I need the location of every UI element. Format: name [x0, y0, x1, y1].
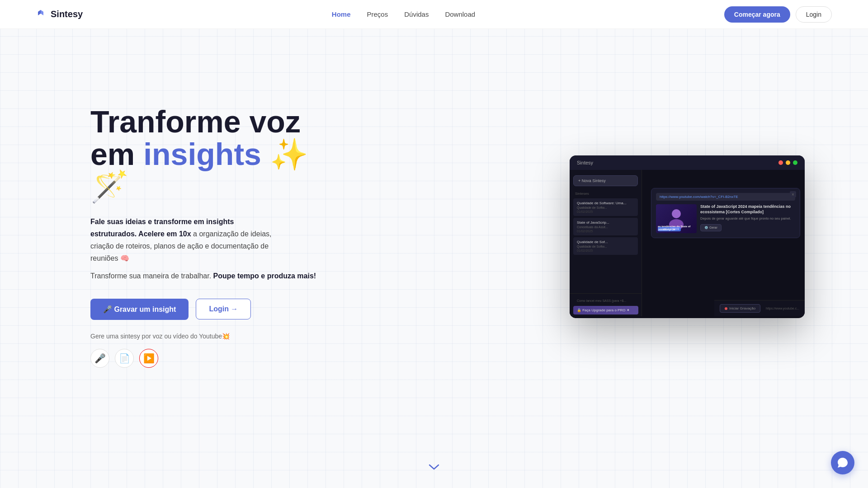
- hero-desc-bold2: Poupe tempo e produza mais!: [213, 272, 316, 280]
- app-body: + Nova Sintesy Sinteses Qualidade de Sof…: [570, 170, 805, 316]
- minimize-control: [786, 160, 790, 165]
- bottom-item-label: Como lancei meu SASS (para +$...: [573, 297, 638, 304]
- list-item-title: State of JavaScrip...: [577, 221, 634, 225]
- app-window-title: Sintesy: [577, 160, 593, 165]
- list-item[interactable]: Qualidade de Sof... Qualidade de Softw..…: [573, 237, 638, 255]
- nav-duvidas[interactable]: Dúvidas: [404, 10, 429, 18]
- app-main: × https://www.youtube.com/watch?v=_CFI-B…: [642, 170, 805, 316]
- hero-title-highlight: insights: [143, 137, 261, 171]
- chevron-down-icon: [427, 460, 441, 474]
- record-label: Iniciar Gravação: [729, 306, 755, 310]
- app-window: Sintesy + Nova Sintesy Sinteses Qualidad…: [570, 155, 805, 318]
- popup-video-desc: Depois de gerar aguarde até que fique pr…: [700, 216, 795, 221]
- logo-icon: [36, 9, 47, 20]
- chat-icon: [837, 457, 849, 469]
- login-arrow-button[interactable]: Login →: [196, 299, 251, 319]
- mic-icon-circle: 🎤: [90, 349, 109, 368]
- list-item-date: 01/02/2025: [577, 230, 634, 233]
- scroll-indicator: [427, 460, 441, 474]
- nav-download[interactable]: Download: [445, 10, 475, 18]
- hero-desc-accent: Acelere em 10x: [138, 230, 191, 238]
- list-item[interactable]: Qualidade de Software: Uma... Qualidade …: [573, 198, 638, 216]
- hero-section: Tranforme voz em insights ✨🪄 Fale suas i…: [0, 29, 868, 436]
- list-item-sub: Qualidade de Softw...: [577, 206, 634, 209]
- youtube-icon-circle: ▶️: [139, 349, 158, 368]
- hero-content: Tranforme voz em insights ✨🪄 Fale suas i…: [90, 106, 316, 367]
- hero-desc-5: reuniões 🧠: [90, 254, 129, 262]
- close-control: [778, 160, 783, 165]
- hero-cta: 🎤 Gravar um insight Login →: [90, 299, 316, 320]
- svg-point-0: [672, 209, 681, 218]
- hero-subtitle: Gere uma sintesy por voz ou vídeo do You…: [90, 333, 316, 340]
- popup-content: COMENTAMOS as tendências do State of Jav…: [656, 204, 795, 233]
- app-titlebar: Sintesy: [570, 155, 805, 170]
- doc-icon-circle: 📄: [115, 349, 134, 368]
- list-item-sub: Qualidade de Softw...: [577, 245, 634, 248]
- media-icons: 🎤 📄 ▶️: [90, 349, 316, 368]
- hero-title-line2: em: [90, 137, 135, 171]
- gravar-insight-button[interactable]: 🎤 Gravar um insight: [90, 299, 189, 320]
- popup-info: State of JavaScript 2024 mapeia tendênci…: [700, 204, 795, 233]
- main-nav: Home Preços Dúvidas Download: [332, 10, 475, 18]
- comecar-agora-button[interactable]: Começar agora: [724, 6, 790, 23]
- chat-support-button[interactable]: [831, 451, 854, 474]
- app-bottom-bar: Iniciar Gravação https://www.youtube.c..…: [714, 300, 805, 316]
- window-controls: [778, 160, 797, 165]
- list-item-sub: Conceituais da Assit...: [577, 225, 634, 229]
- mic-icon: 🎤: [94, 353, 106, 364]
- gerar-button[interactable]: ⚙️ Gerar: [700, 224, 722, 231]
- hero-desc-4: criação de roteiros, planos de ação e do…: [90, 242, 269, 250]
- header-actions: Começar agora Login: [724, 6, 832, 23]
- video-thumbnail: COMENTAMOS as tendências do State of Jav…: [656, 204, 697, 233]
- logo[interactable]: Sintesy: [36, 9, 83, 20]
- popup-video-title: State of JavaScript 2024 mapeia tendênci…: [700, 204, 795, 215]
- header: Sintesy Home Preços Dúvidas Download Com…: [0, 0, 868, 29]
- hero-title-line1: Tranforme voz: [90, 104, 301, 139]
- app-sidebar: + Nova Sintesy Sinteses Qualidade de Sof…: [570, 170, 642, 316]
- popup-close-button[interactable]: ×: [790, 191, 796, 197]
- doc-icon: 📄: [119, 353, 130, 364]
- upgrade-button[interactable]: 🔒 Faça Upgrade para o PRO ✦: [573, 306, 638, 314]
- list-item-title: Qualidade de Sof...: [577, 240, 634, 244]
- list-item-date: 01/02/2025: [577, 249, 634, 252]
- new-sintesy-button[interactable]: + Nova Sintesy: [573, 175, 638, 186]
- nav-precos[interactable]: Preços: [367, 10, 388, 18]
- list-item-title: Qualidade de Software: Uma...: [577, 201, 634, 205]
- video-subtitle: as tendências do State of JavaScript 24: [658, 225, 695, 231]
- logo-text: Sintesy: [51, 9, 83, 19]
- nav-home[interactable]: Home: [332, 10, 351, 18]
- record-button[interactable]: Iniciar Gravação: [720, 304, 760, 313]
- youtube-icon: ▶️: [143, 353, 155, 364]
- popup-url: https://www.youtube.com/watch?v=_CFI-B2n…: [656, 193, 795, 201]
- hero-desc-3: a organização de ideias,: [193, 230, 271, 238]
- list-item-date: 01/02/2025: [577, 210, 634, 213]
- url-bar: https://www.youtube.c...: [766, 307, 799, 310]
- hero-app-preview: Sintesy + Nova Sintesy Sinteses Qualidad…: [316, 155, 805, 318]
- sidebar-section-label: Sinteses: [573, 192, 638, 196]
- hero-title: Tranforme voz em insights ✨🪄: [90, 106, 316, 202]
- hero-desc-6: Transforme sua maneira de trabalhar.: [90, 272, 211, 280]
- list-item[interactable]: State of JavaScrip... Conceituais da Ass…: [573, 218, 638, 235]
- hero-description: Fale suas ideias e transforme em insight…: [90, 216, 316, 282]
- login-button-header[interactable]: Login: [796, 6, 832, 23]
- youtube-popup: × https://www.youtube.com/watch?v=_CFI-B…: [651, 188, 800, 238]
- maximize-control: [793, 160, 797, 165]
- record-indicator: [725, 307, 727, 310]
